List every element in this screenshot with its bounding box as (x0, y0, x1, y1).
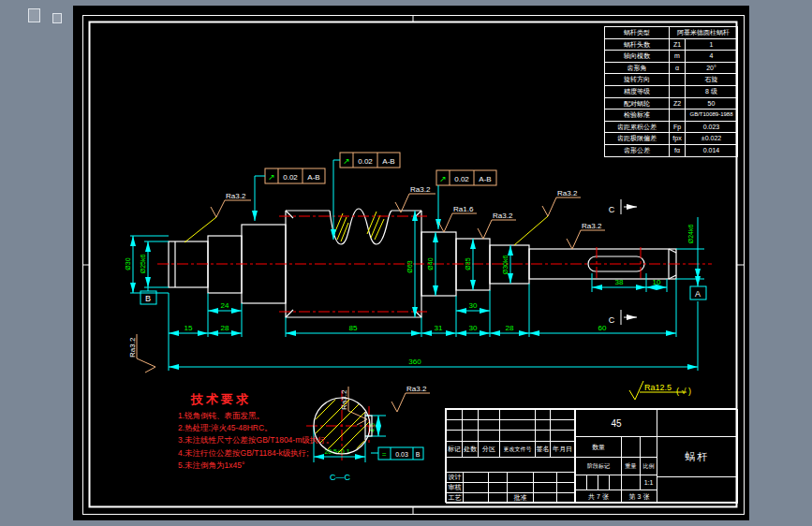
section-letter: C (609, 205, 615, 214)
section-markers: C C (609, 199, 637, 325)
param-value: 0.023 (686, 121, 738, 133)
param-label: 齿形公差 (605, 144, 670, 156)
material-cell: 45 (575, 409, 657, 437)
param-label: 旋转方向 (605, 74, 670, 86)
dim-length: 24 (221, 301, 229, 310)
header-cell: 年月日 (550, 441, 575, 458)
param-value: 右旋 (686, 74, 738, 86)
roughness-label: Ra3.2 (557, 189, 578, 197)
empty-cell (488, 492, 508, 504)
runout-icon: ↗ (343, 156, 350, 166)
gdt-value: 0.02 (283, 173, 298, 182)
signature-band (446, 457, 575, 473)
roughness-label: Ra3.2 (406, 385, 427, 393)
gdt-datum: A-B (382, 157, 394, 166)
param-label: 齿距极限偏差 (605, 133, 670, 145)
param-symbol (670, 85, 686, 97)
roughness-label: Ra3.2 (493, 212, 513, 220)
dim-keyway-offset: 10 (653, 278, 661, 286)
header-cell: 签名 (535, 441, 551, 458)
sheets-total-cell: 共 7 张 (575, 489, 622, 504)
approve-cell: 批准 (507, 492, 534, 504)
param-value: 50 (686, 97, 738, 110)
param-label: 蜗杆头数 (605, 38, 670, 51)
param-value: GB/T10089-1988 (686, 110, 738, 122)
empty-cell (621, 436, 641, 458)
param-symbol: α (670, 62, 686, 74)
tech-req-line: 4.未注行位公差按GB/T1184-k级执行; (178, 447, 351, 460)
scale-label-cell: 比例 (640, 457, 657, 475)
dim-length: 28 (221, 324, 229, 332)
param-value: 1 (686, 38, 738, 51)
worm-parameter-table: 蜗杆类型 阿基米德圆柱蜗杆 蜗杆头数Z11 轴向模数m4 齿形角α20° 旋转方… (604, 26, 738, 157)
dim-length: 28 (506, 324, 514, 332)
param-symbol (670, 110, 686, 122)
roughness-label: Ra3.2 (226, 192, 246, 200)
param-value: 阿基米德圆柱蜗杆 (670, 27, 738, 39)
worm-thread-profile (330, 209, 391, 244)
quantity-label-cell: 数量 (575, 436, 622, 458)
tech-req-line: 1.锐角倒钝、表面发黑。 (178, 410, 351, 422)
gdt-datum: A-B (307, 173, 319, 182)
dim-diameter: Ø40 (427, 257, 434, 270)
section-letter: C (609, 315, 615, 325)
roughness-label: Ra1.6 (453, 205, 474, 213)
symmetry-datum: B (416, 451, 421, 458)
symmetry-frame: = 0.03 B (371, 447, 423, 460)
empty-cell (463, 492, 489, 504)
header-cell: 处数 (462, 441, 479, 458)
symmetry-value: 0.03 (395, 451, 408, 458)
param-symbol: Fp (670, 121, 686, 133)
param-value: ±0.022 (686, 133, 738, 145)
dim-diameter: Ø30 (125, 257, 131, 270)
roughness-label: Ra3.2 (128, 337, 137, 358)
dim-diameter: Ø63 (406, 260, 413, 272)
dim-diameter: Ø35 (465, 257, 471, 270)
dim-length: 31 (435, 324, 443, 332)
technical-requirements: 技术要求 1.锐角倒钝、表面发黑。 2.热处理:淬火45-48HRC。 3.未注… (178, 391, 351, 472)
weight-label-cell: 重量 (621, 457, 641, 475)
roughness-texts: Ra3.2 Ra3.2 Ra1.6 Ra3.2 Ra3.2 Ra3.2 Ra3.… (128, 185, 691, 410)
datum-a-label: A (695, 289, 701, 299)
dim-diameter: Ø24k6 (687, 225, 694, 244)
empty-cell (533, 492, 557, 504)
dim-overall-length: 360 (408, 358, 421, 366)
param-symbol: Z1 (670, 38, 686, 51)
param-symbol (670, 74, 686, 86)
param-symbol: Z2 (670, 97, 686, 110)
header-cell: 分区 (478, 441, 500, 458)
param-value: 20° (686, 62, 738, 74)
param-value: 0.014 (686, 144, 738, 156)
dim-length: 85 (349, 324, 358, 332)
sheet-number-cell: 第 3 张 (621, 489, 657, 504)
header-cell: 标记 (446, 441, 463, 458)
datum-b-label: B (145, 294, 151, 303)
general-roughness-suffix: ( √ ) (676, 387, 691, 396)
param-value: 4 (686, 51, 738, 63)
param-label: 蜗杆类型 (605, 27, 670, 39)
header-cell: 更改文件号 (499, 441, 536, 458)
param-label: 轴向模数 (605, 51, 670, 63)
weight-value-cell (621, 475, 641, 490)
empty-cell (556, 492, 575, 504)
general-roughness-label: Ra12.5 (644, 383, 672, 392)
role-cell: 工艺 (446, 492, 464, 504)
gdt-datum: A-B (479, 175, 491, 183)
param-label: 齿距累积公差 (605, 121, 670, 133)
param-symbol: fpx (670, 133, 686, 145)
param-symbol: m (670, 51, 686, 63)
param-label: 精度等级 (605, 85, 670, 97)
roughness-label: Ra3.2 (410, 185, 431, 194)
section-label: C—C (330, 473, 350, 482)
gdt-value: 0.02 (358, 157, 373, 166)
roughness-label: Ra3.2 (582, 222, 602, 230)
param-label: 配对蜗轮 (605, 97, 670, 110)
empty-cell (640, 436, 657, 458)
tech-req-line: 5.未注倒角为1x45° (178, 460, 351, 472)
runout-icon: ↗ (268, 172, 275, 182)
dim-diameter: Ø30k6 (502, 256, 509, 275)
tech-req-title: 技术要求 (191, 391, 351, 408)
drawing-number-cell (657, 476, 738, 504)
cad-viewer: { "app": { "background": "#7b8796", "can… (0, 0, 812, 526)
runout-icon: ↗ (439, 174, 447, 183)
